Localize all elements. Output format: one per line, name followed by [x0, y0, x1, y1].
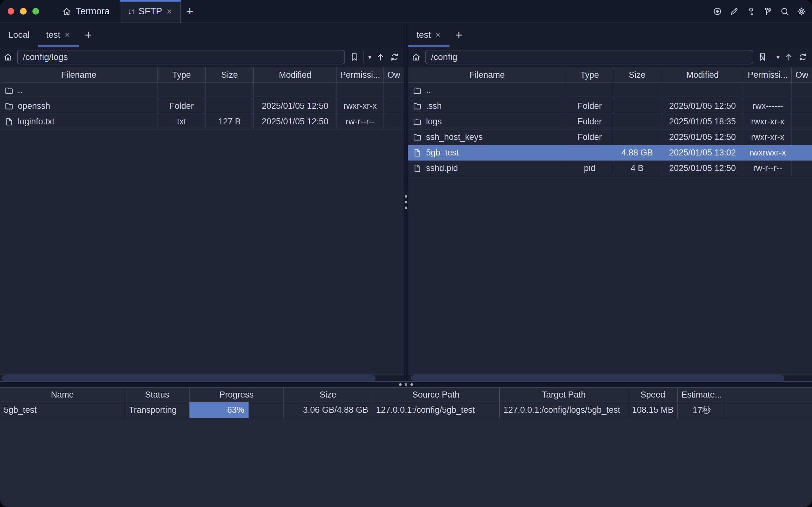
tab-local[interactable]: Local	[0, 23, 38, 47]
owner-cell	[384, 83, 404, 98]
tab-test-right[interactable]: test ×	[408, 23, 449, 47]
table-row[interactable]: logs Folder 2025/01/05 18:35 rwxr-xr-x	[408, 114, 812, 129]
tab-sftp[interactable]: ↓↑ SFTP ×	[120, 0, 181, 22]
horizontal-scrollbar[interactable]	[0, 374, 404, 381]
new-pane-tab-button[interactable]: +	[449, 23, 469, 47]
bookmark-slash-icon[interactable]	[758, 52, 767, 62]
column-header-modified[interactable]: Modified	[254, 67, 337, 82]
column-header-size[interactable]: Size	[206, 67, 254, 82]
table-row[interactable]: .ssh Folder 2025/01/05 12:50 rwx------	[408, 98, 812, 114]
column-header-speed[interactable]: Speed	[628, 388, 678, 402]
column-header-target-path[interactable]: Target Path	[500, 388, 628, 402]
transfer-row[interactable]: 5gb_test Transporting 63% 3.06 GB/4.88 G…	[0, 402, 812, 418]
table-row[interactable]: ..	[408, 83, 812, 98]
edit-icon[interactable]	[729, 7, 739, 16]
owner-cell	[792, 114, 812, 129]
tab-test-left[interactable]: test ×	[38, 23, 79, 47]
progress-bar: 63%	[190, 402, 249, 418]
up-directory-icon[interactable]	[784, 52, 794, 62]
up-directory-icon[interactable]	[376, 52, 385, 62]
path-input[interactable]	[17, 50, 345, 64]
column-header-owner[interactable]: Ow	[792, 67, 812, 82]
left-path-actions: ▾	[349, 52, 399, 62]
column-header-name[interactable]: Name	[0, 388, 125, 402]
column-header-modified[interactable]: Modified	[661, 67, 744, 82]
table-row-selected[interactable]: 5gb_test 4.88 GB 2025/01/05 13:02 rwxrwx…	[408, 145, 812, 161]
permissions-cell	[337, 83, 384, 98]
column-header-source-path[interactable]: Source Path	[372, 388, 500, 402]
tab-label: test	[417, 30, 431, 40]
settings-gear-icon[interactable]	[797, 7, 806, 16]
modified-cell	[254, 83, 337, 98]
type-cell	[158, 83, 206, 98]
right-path-actions: ▾	[758, 52, 808, 62]
new-pane-tab-button[interactable]: +	[79, 23, 98, 47]
owner-cell	[792, 161, 812, 176]
permissions-cell: rw-r--r--	[744, 161, 792, 176]
refresh-icon[interactable]	[798, 52, 808, 62]
table-row[interactable]: loginfo.txt txt 127 B 2025/01/05 12:50 r…	[0, 114, 404, 129]
column-header-size[interactable]: Size	[284, 388, 372, 402]
column-header-status[interactable]: Status	[125, 388, 190, 402]
record-icon[interactable]	[713, 7, 722, 16]
table-header: Filename Type Size Modified Permissi... …	[0, 67, 404, 83]
owner-cell	[792, 83, 812, 98]
column-header-permissions[interactable]: Permissi...	[744, 67, 792, 82]
permissions-cell: rwxr-xr-x	[744, 129, 792, 145]
column-header-estimate[interactable]: Estimate...	[678, 388, 726, 402]
home-icon[interactable]	[3, 52, 13, 62]
owner-cell	[384, 98, 404, 114]
left-file-table: Filename Type Size Modified Permissi... …	[0, 67, 404, 374]
right-file-pane: test × + ▾ Filename Type	[408, 23, 812, 381]
horizontal-scrollbar[interactable]	[408, 374, 812, 381]
home-icon	[62, 7, 71, 16]
chevron-down-icon[interactable]: ▾	[368, 53, 371, 61]
scrollbar-thumb[interactable]	[411, 375, 784, 381]
refresh-icon[interactable]	[390, 52, 399, 62]
column-header-type[interactable]: Type	[566, 67, 613, 82]
home-icon[interactable]	[412, 52, 421, 62]
pane-resize-handle[interactable]	[404, 23, 408, 381]
size-cell: 4 B	[613, 161, 661, 176]
size-cell	[613, 129, 661, 145]
column-header-size[interactable]: Size	[613, 67, 661, 82]
modified-cell: 2025/01/05 13:02	[661, 145, 744, 160]
path-input[interactable]	[425, 50, 753, 64]
type-cell: Folder	[566, 98, 613, 114]
table-row[interactable]: sshd.pid pid 4 B 2025/01/05 12:50 rw-r--…	[408, 161, 812, 176]
close-tab-icon[interactable]: ×	[64, 31, 70, 39]
table-row[interactable]: openssh Folder 2025/01/05 12:50 rwxr-xr-…	[0, 98, 404, 114]
close-window-button[interactable]	[8, 8, 14, 15]
column-header-permissions[interactable]: Permissi...	[337, 67, 384, 82]
type-cell: txt	[158, 114, 206, 129]
close-tab-icon[interactable]: ×	[435, 31, 441, 39]
table-row[interactable]: ssh_host_keys Folder 2025/01/05 12:50 rw…	[408, 129, 812, 145]
close-tab-icon[interactable]: ×	[166, 7, 173, 16]
branch-icon[interactable]	[763, 7, 773, 16]
column-header-filename[interactable]: Filename	[0, 67, 158, 82]
transfer-panel-resize-handle[interactable]	[0, 381, 812, 388]
app-tab-label: Termora	[76, 6, 110, 16]
modified-cell: 2025/01/05 12:50	[661, 129, 744, 145]
tab-termora[interactable]: Termora	[60, 0, 111, 22]
column-header-progress[interactable]: Progress	[190, 388, 284, 402]
transfer-target-path: 127.0.0.1:/config/logs/5gb_test	[500, 402, 628, 418]
transfer-table-header: Name Status Progress Size Source Path Ta…	[0, 388, 812, 402]
bookmark-icon[interactable]	[349, 52, 359, 62]
key-icon[interactable]	[746, 7, 756, 16]
chevron-down-icon[interactable]: ▾	[776, 53, 779, 61]
type-cell	[566, 83, 613, 98]
scrollbar-thumb[interactable]	[2, 375, 376, 381]
minimize-window-button[interactable]	[20, 8, 27, 15]
folder-icon	[413, 133, 422, 142]
size-cell	[206, 83, 254, 98]
search-icon[interactable]	[780, 7, 790, 16]
new-tab-button[interactable]: +	[181, 0, 199, 22]
column-header-owner[interactable]: Ow	[384, 67, 404, 82]
column-header-type[interactable]: Type	[158, 67, 206, 82]
table-row[interactable]: ..	[0, 83, 404, 98]
zoom-window-button[interactable]	[33, 8, 39, 15]
window-controls	[0, 0, 39, 22]
column-header-filename[interactable]: Filename	[408, 67, 566, 82]
permissions-cell: rwx------	[744, 98, 792, 114]
